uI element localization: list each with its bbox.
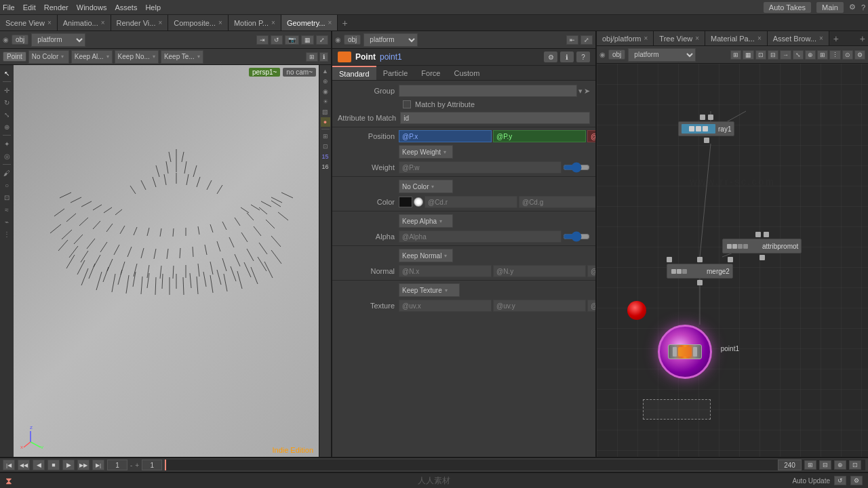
menu-edit[interactable]: Edit: [23, 3, 36, 12]
sop-help-icon[interactable]: ?: [576, 52, 590, 62]
translate-tool[interactable]: ✛: [1, 85, 12, 96]
menu-file[interactable]: File: [3, 3, 15, 12]
right-tab-close-icon[interactable]: ×: [757, 35, 762, 42]
perspective-badge[interactable]: persp1~: [249, 68, 280, 77]
side-camera[interactable]: ◉: [321, 87, 330, 96]
node-body-ray1[interactable]: ray1: [678, 121, 734, 136]
node-attribpromot[interactable]: attribpromot: [722, 232, 802, 260]
ne-icon11[interactable]: ⚙: [854, 50, 865, 60]
ne-icon1[interactable]: ⊞: [730, 50, 741, 60]
question-icon[interactable]: ?: [861, 3, 865, 12]
color-g-input[interactable]: [519, 196, 595, 208]
uv-z-input[interactable]: [587, 300, 595, 312]
erase-tool[interactable]: ⊡: [1, 192, 12, 203]
right-tab-close-icon[interactable]: ×: [819, 35, 823, 42]
node-point1-ring[interactable]: [658, 325, 712, 379]
camera-icon[interactable]: 📷: [285, 35, 299, 45]
node-port-out[interactable]: [697, 280, 703, 285]
mid-nav-icon[interactable]: ⇤: [566, 35, 578, 45]
brush-tool[interactable]: ○: [1, 180, 12, 190]
scale-tool[interactable]: ⤡: [1, 109, 12, 120]
tab-close-icon[interactable]: ×: [47, 19, 52, 26]
settings-auto-icon[interactable]: ⚙: [850, 476, 863, 485]
right-tab-asset[interactable]: Asset Brow... ×: [768, 31, 829, 45]
node-port-in[interactable]: [697, 257, 703, 262]
attr-match-input[interactable]: [400, 112, 590, 124]
rotate-tool[interactable]: ↻: [1, 97, 12, 108]
left-platform-dropdown[interactable]: platform: [31, 33, 85, 47]
node-port-in[interactable]: [667, 257, 672, 262]
ne-icon7[interactable]: ⊕: [805, 50, 816, 60]
normal-x-input[interactable]: [399, 265, 492, 277]
forward-to-end-button[interactable]: ▶|: [92, 460, 104, 470]
frame-minus-icon[interactable]: -: [130, 462, 132, 469]
tab-close-icon[interactable]: ×: [101, 19, 105, 26]
ne-icon3[interactable]: ⊡: [755, 50, 766, 60]
node-port-in[interactable]: [764, 232, 769, 237]
grid-icon[interactable]: ⊞: [306, 52, 318, 62]
right-tab-tree[interactable]: Tree View ×: [654, 31, 705, 45]
expand-icon[interactable]: ⤢: [316, 35, 328, 45]
right-platform-dropdown[interactable]: platform: [628, 48, 696, 62]
handle-tool[interactable]: ✦: [1, 138, 12, 149]
group-action-icon[interactable]: ➤: [584, 87, 590, 96]
uv-y-input[interactable]: [493, 300, 586, 312]
ne-icon8[interactable]: ⊞: [817, 50, 828, 60]
side-lights[interactable]: ☀: [321, 97, 330, 106]
normal-z-input[interactable]: [587, 265, 595, 277]
viewport[interactable]: persp1~ no cam~ x y z Indie Edition: [14, 65, 319, 457]
step-back-button[interactable]: ◀◀: [18, 460, 30, 470]
menu-assets[interactable]: Assets: [115, 3, 137, 12]
color-swatch-white[interactable]: [414, 197, 423, 207]
node-port-out[interactable]: [704, 138, 709, 143]
rewind-to-start-button[interactable]: |◀: [3, 460, 15, 470]
tab-close-icon[interactable]: ×: [218, 19, 222, 26]
keep-alpha-sop-dropdown[interactable]: Keep Alpha ▾: [399, 214, 453, 228]
side-nav-up[interactable]: ▲: [321, 66, 330, 76]
alpha-input[interactable]: [399, 230, 561, 243]
mid-platform-dropdown[interactable]: platform: [363, 33, 418, 47]
color-r-input[interactable]: [425, 196, 517, 208]
paint-tool[interactable]: 🖌: [1, 167, 12, 178]
timeline-ruler[interactable]: 1 24 48 72 96 120 144 168 192 216 ⊞ ⊟ ⊕: [165, 460, 865, 470]
node-merge2[interactable]: merge2: [667, 257, 733, 285]
smooth-tool[interactable]: ≈: [1, 204, 12, 215]
menu-help[interactable]: Help: [145, 3, 161, 12]
side-render-bg[interactable]: ▧: [321, 107, 330, 117]
pivot-tool[interactable]: ◎: [1, 150, 12, 161]
right-tab-material[interactable]: Material Pa... ×: [705, 31, 768, 45]
ne-icon9[interactable]: ⋮: [829, 50, 841, 60]
tab-close-icon[interactable]: ×: [158, 19, 162, 26]
refresh-icon[interactable]: ↺: [271, 35, 283, 45]
node-body-merge2[interactable]: merge2: [667, 264, 733, 279]
keep-alpha-dropdown[interactable]: Keep Al...▾: [71, 50, 113, 64]
alpha-slider[interactable]: [563, 231, 590, 242]
left-obj-label[interactable]: obj: [12, 35, 28, 45]
side-num2[interactable]: 16: [321, 162, 330, 171]
ne-icon4[interactable]: ⊟: [768, 50, 778, 60]
play-button[interactable]: ▶: [62, 460, 75, 470]
node-port-in[interactable]: [755, 232, 761, 237]
tab-render-view[interactable]: Render Vi... ×: [111, 15, 169, 30]
node-port-out[interactable]: [760, 255, 765, 260]
tab-custom[interactable]: Custom: [447, 66, 486, 80]
keep-normal-sop-dropdown[interactable]: Keep Normal ▾: [399, 249, 453, 262]
group-input[interactable]: [399, 85, 577, 97]
side-handle[interactable]: ⊡: [321, 142, 330, 151]
menu-windows[interactable]: Windows: [77, 3, 107, 12]
keep-normal-dropdown[interactable]: Keep No...▾: [115, 50, 159, 64]
snap-icon[interactable]: ⇥: [256, 35, 269, 45]
transform-tool[interactable]: ⊕: [1, 121, 12, 132]
stop-button[interactable]: ■: [47, 460, 60, 470]
keep-weight-dropdown[interactable]: Keep Weight ▾: [399, 145, 453, 159]
select-tool[interactable]: ↖: [1, 68, 12, 79]
color-swatch-black[interactable]: [399, 197, 412, 207]
refresh-auto-icon[interactable]: ↺: [834, 476, 846, 485]
camera-badge[interactable]: no cam~: [283, 68, 316, 77]
tab-geometry[interactable]: Geometry... ×: [281, 15, 338, 30]
side-orange-active[interactable]: ●: [321, 117, 330, 127]
pos-z-input[interactable]: [587, 130, 595, 142]
tab-force[interactable]: Force: [414, 66, 447, 80]
point-type-button[interactable]: Point: [3, 52, 26, 62]
mid-expand-icon[interactable]: ⤢: [580, 35, 593, 45]
